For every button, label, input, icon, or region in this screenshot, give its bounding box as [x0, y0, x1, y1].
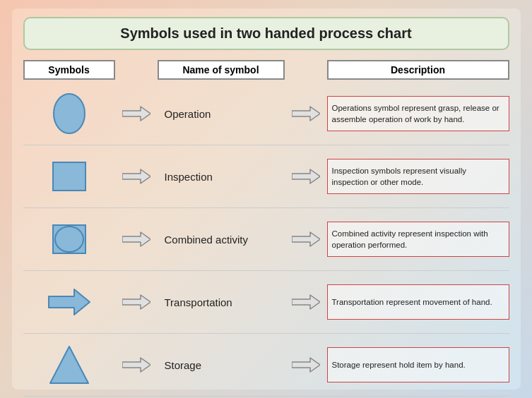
desc-storage: Storage represent hold item by hand.: [327, 347, 509, 382]
svg-marker-8: [122, 232, 150, 246]
svg-marker-4: [122, 169, 150, 183]
svg-marker-15: [292, 358, 320, 372]
arrow-9: [115, 356, 158, 373]
symbol-transportation: [23, 274, 115, 330]
arrow-6: [285, 231, 327, 248]
svg-marker-5: [292, 169, 320, 183]
table-row: Storage Storage represent hold item by h…: [23, 334, 509, 397]
svg-point-0: [54, 94, 85, 133]
svg-marker-13: [50, 346, 88, 383]
arrow-5: [115, 231, 158, 248]
symbol-inspection: [23, 148, 115, 205]
svg-marker-12: [292, 295, 320, 309]
name-inspection: Inspection: [158, 171, 285, 183]
symbol-operation: [23, 85, 115, 142]
header-name: Name of symbol: [158, 60, 285, 80]
page-title: Symbols used in two handed process chart: [23, 17, 509, 50]
arrow-10: [285, 356, 327, 373]
arrow-3: [115, 168, 158, 185]
desc-operation: Operations symbol represent grasp, relea…: [327, 96, 509, 131]
table-row: Combined activity Combined activity repr…: [23, 208, 509, 271]
header-symbols: Symbols: [23, 60, 115, 80]
svg-point-7: [55, 227, 83, 252]
svg-rect-3: [53, 162, 85, 191]
arrow-8: [285, 294, 327, 310]
svg-marker-1: [122, 107, 150, 121]
table-area: Symbols Name of symbol Description: [23, 60, 509, 398]
arrow-7: [115, 294, 158, 310]
name-transportation: Transportation: [158, 296, 285, 308]
table-body: Operation Operations symbol represent gr…: [23, 83, 509, 398]
symbol-combined: [23, 211, 115, 267]
arrow-2: [285, 105, 327, 122]
svg-marker-10: [49, 289, 90, 315]
svg-marker-14: [122, 358, 150, 372]
arrow-1: [115, 105, 158, 122]
name-operation: Operation: [158, 108, 285, 120]
svg-marker-9: [292, 232, 320, 246]
table-row: Transportation Transportation represent …: [23, 271, 509, 334]
desc-transportation: Transportation represent movement of han…: [327, 284, 509, 320]
name-storage: Storage: [158, 359, 285, 371]
svg-marker-11: [122, 295, 150, 309]
table-row: Inspection Inspection symbols represent …: [23, 145, 509, 208]
header-description: Description: [327, 60, 509, 80]
desc-inspection: Inspection symbols represent visually in…: [327, 159, 509, 194]
desc-combined: Combined activity represent inspection w…: [327, 222, 509, 257]
symbol-storage: [23, 337, 115, 393]
table-header: Symbols Name of symbol Description: [23, 60, 509, 80]
table-row: Operation Operations symbol represent gr…: [23, 83, 509, 145]
arrow-4: [285, 168, 327, 185]
name-combined: Combined activity: [158, 234, 285, 246]
svg-marker-2: [292, 107, 320, 121]
main-container: Symbols used in two handed process chart…: [12, 8, 521, 390]
